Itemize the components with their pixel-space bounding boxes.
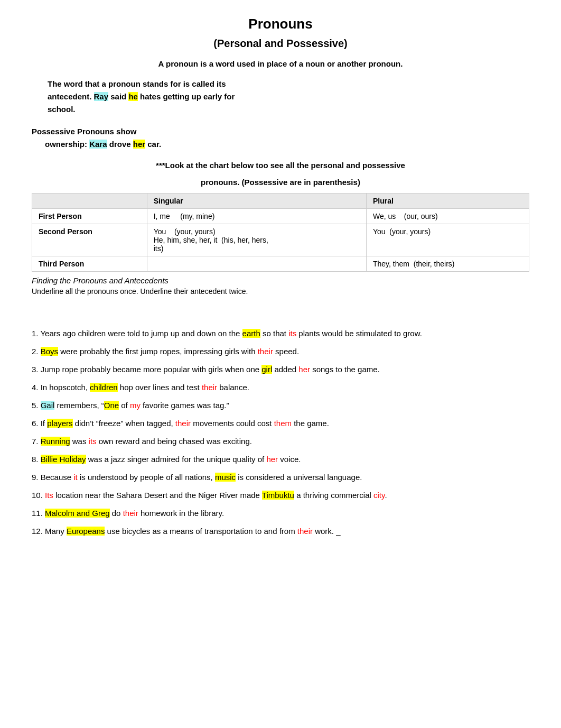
exercise-text-part: songs to the game. <box>310 365 380 374</box>
exercise-num: 10. <box>32 491 45 500</box>
exercise-num: 2. <box>32 347 41 356</box>
exercise-text-part: Running <box>41 437 70 446</box>
exercise-text-part: my <box>130 401 141 410</box>
ray-highlight: Ray <box>94 92 109 101</box>
exercise-text-part: balance. <box>217 383 249 392</box>
exercise-text-part: voice. <box>278 455 301 464</box>
exercise-item-11: 11. Malcolm and Greg do their homework i… <box>32 507 529 520</box>
possessive-line2-prefix: ownership: <box>45 140 89 149</box>
exercise-num: 11. <box>32 509 45 518</box>
finding-title: Finding the Pronouns and Antecedents <box>32 276 529 285</box>
exercise-text-part: were probably the first jump ropes, impr… <box>58 347 258 356</box>
he-highlight: he <box>128 92 138 101</box>
exercises-list: 1. Years ago children were told to jump … <box>32 327 529 538</box>
exercise-text-part: them <box>274 419 292 428</box>
exercise-item-7: 7. Running was its own reward and being … <box>32 435 529 448</box>
antecedent-line1: The word that a pronoun stands for is ca… <box>48 79 226 88</box>
table-row-first: First Person I, me (my, mine) We, us (ou… <box>32 209 529 224</box>
table-col-person <box>32 193 147 209</box>
chart-intro: ***Look at the chart below too see all t… <box>32 159 529 172</box>
exercise-item-12: 12. Many Europeans use bicycles as a mea… <box>32 525 529 538</box>
exercise-text-part: Gail <box>41 401 55 410</box>
table-col-plural: Plural <box>366 193 529 209</box>
exercise-text-part: In hopscotch, <box>41 383 90 392</box>
exercise-item-10: 10. Its location near the Sahara Desert … <box>32 489 529 502</box>
exercise-item-9: 9. Because it is understood by people of… <box>32 471 529 484</box>
exercise-text-part: Timbuktu <box>262 491 294 500</box>
her-highlight: her <box>133 140 145 149</box>
pronoun-table: Singular Plural First Person I, me (my, … <box>32 193 529 272</box>
second-person-label: Second Person <box>32 224 147 256</box>
possessive-line1: Possessive Pronouns show <box>32 127 136 136</box>
exercise-text-part: their <box>123 509 138 518</box>
antecedent-block: The word that a pronoun stands for is ca… <box>48 78 529 116</box>
possessive-suffix: car. <box>145 140 161 149</box>
table-row-second: Second Person You (your, yours)He, him, … <box>32 224 529 256</box>
exercise-text-part: Malcolm and Greg <box>45 509 110 518</box>
exercise-num: 4. <box>32 383 41 392</box>
exercise-text-part: earth <box>242 329 260 338</box>
exercise-text-part: so that <box>260 329 288 338</box>
third-person-plural: They, them (their, theirs) <box>366 256 529 272</box>
exercise-item-2: 2. Boys were probably the first jump rop… <box>32 345 529 358</box>
exercise-text-part: their <box>202 383 217 392</box>
exercise-text-part: favorite games was tag.” <box>141 401 229 410</box>
second-person-plural: You (your, yours) <box>366 224 529 256</box>
exercise-text-part: hop over lines and test <box>118 383 202 392</box>
exercise-item-1: 1. Years ago children were told to jump … <box>32 327 529 340</box>
chart-intro2: pronouns. (Possessive are in parenthesis… <box>32 176 529 189</box>
exercise-text-part: do <box>110 509 123 518</box>
kara-highlight: Kara <box>89 140 107 149</box>
exercise-num: 9. <box>32 473 41 482</box>
antecedent-line3: school. <box>48 105 76 114</box>
exercise-text-part: was <box>70 437 89 446</box>
third-person-singular <box>147 256 366 272</box>
exercise-item-4: 4. In hopscotch, children hop over lines… <box>32 381 529 394</box>
exercise-text-part: its <box>288 329 296 338</box>
exercise-text-part: movements could cost <box>191 419 274 428</box>
exercise-text-part: work. _ <box>313 527 341 536</box>
exercise-text-part: music <box>215 473 236 482</box>
exercise-text-part: her <box>298 365 310 374</box>
exercise-item-3: 3. Jump rope probably became more popula… <box>32 363 529 376</box>
possessive-drove: drove <box>107 140 133 149</box>
first-person-singular: I, me (my, mine) <box>147 209 366 224</box>
exercise-text-part: Because <box>41 473 74 482</box>
exercise-num: 12. <box>32 527 45 536</box>
exercise-text-part: speed. <box>273 347 299 356</box>
intro-text: A pronoun is a word used in place of a n… <box>32 59 529 68</box>
exercise-num: 3. <box>32 365 41 374</box>
possessive-block: Possessive Pronouns show ownership: Kara… <box>32 125 529 151</box>
exercise-text-part: players <box>47 419 72 428</box>
exercise-text-part: added <box>272 365 298 374</box>
subtitle: (Personal and Possessive) <box>32 38 529 50</box>
exercise-text-part: their <box>258 347 273 356</box>
exercise-num: 8. <box>32 455 41 464</box>
exercise-text-part: a thriving commercial <box>294 491 373 500</box>
exercise-text-part: is considered a universal language. <box>236 473 362 482</box>
exercise-text-part: its <box>89 437 97 446</box>
exercise-text-part: own reward and being chased was exciting… <box>97 437 252 446</box>
exercise-text-part: didn’t “freeze” when tagged, <box>73 419 175 428</box>
exercise-text-part: girl <box>261 365 272 374</box>
exercise-text-part: children <box>90 383 118 392</box>
exercise-text-part: is understood by people of all nations, <box>78 473 215 482</box>
exercise-text-part: plants would be stimulated to grow. <box>296 329 422 338</box>
first-person-plural: We, us (our, ours) <box>366 209 529 224</box>
exercise-num: 6. <box>32 419 41 428</box>
exercise-num: 5. <box>32 401 41 410</box>
exercise-text-part: use bicycles as a means of transportatio… <box>105 527 297 536</box>
third-person-label: Third Person <box>32 256 147 272</box>
exercise-text-part: city <box>373 491 385 500</box>
exercise-item-8: 8. Billie Holiday was a jazz singer admi… <box>32 453 529 466</box>
exercise-text-part: . <box>385 491 387 500</box>
underline-instruction: Underline all the pronouns once. Underli… <box>32 287 529 296</box>
exercise-text-part: location near the Sahara Desert and the … <box>53 491 262 500</box>
exercise-text-part: remembers, “ <box>54 401 104 410</box>
antecedent-line2-prefix: antecedent. <box>48 92 94 101</box>
page-title: Pronouns <box>32 16 529 32</box>
exercise-item-5: 5. Gail remembers, “One of my favorite g… <box>32 399 529 412</box>
exercise-text-part: of <box>119 401 130 410</box>
table-col-singular: Singular <box>147 193 366 209</box>
antecedent-said: said <box>108 92 128 101</box>
